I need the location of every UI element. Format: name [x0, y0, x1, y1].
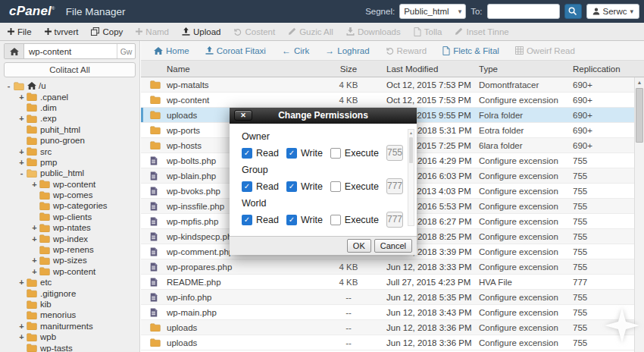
- expand-icon[interactable]: +: [30, 267, 39, 276]
- scroll-up-icon[interactable]: ▲: [635, 77, 644, 87]
- collapse-all-button[interactable]: Colitact All: [4, 62, 136, 77]
- tree-item-exp[interactable]: +.exp: [0, 113, 139, 124]
- cancel-button[interactable]: Cancel: [374, 239, 412, 253]
- tree-item-maniturments[interactable]: +maniturments: [0, 321, 139, 332]
- tree-item-menorius[interactable]: menorius: [0, 310, 139, 320]
- tree-item-cpanel[interactable]: +.cpanel: [0, 91, 139, 102]
- scroll-up-icon[interactable]: ▲: [408, 130, 414, 137]
- expand-icon[interactable]: +: [17, 278, 26, 287]
- toolbar-item-upload[interactable]: Upload: [182, 27, 220, 36]
- expand-icon[interactable]: +: [17, 158, 26, 167]
- toolbar-item-tvrvert[interactable]: tvrvert: [45, 27, 79, 36]
- tree-item-label: .cpanel: [40, 93, 68, 102]
- tree-item-wp-comes[interactable]: wp-comes: [0, 190, 139, 200]
- tree-item-dim[interactable]: .dim: [0, 102, 139, 113]
- tree-item-public-html[interactable]: -public_html: [0, 168, 139, 178]
- tree-item-wpb[interactable]: +wpb: [0, 332, 139, 342]
- table-row-uploads[interactable]: uploads--Jun 12, 2018 3:36 PMConfigure e…: [141, 335, 634, 350]
- tree-item-wp-sizes[interactable]: +wp-sizes: [0, 255, 139, 266]
- file-type: 6lara folder: [479, 141, 573, 150]
- tree-item-puhit-html[interactable]: puhit_html: [0, 124, 139, 135]
- file-replication: 755: [573, 247, 634, 256]
- tree-item-kib[interactable]: kib: [0, 299, 139, 310]
- nav-item-fletc-fital[interactable]: Fletc & Fital: [442, 46, 499, 55]
- tree-item-wp-content[interactable]: +wp-content: [0, 179, 139, 190]
- expand-icon[interactable]: +: [17, 147, 26, 156]
- table-row-wp-content[interactable]: wp-content4 KBOct 12, 2015 7:53 PMConfig…: [141, 93, 634, 108]
- toolbar-item-file[interactable]: File: [8, 27, 32, 36]
- tree-item-etc[interactable]: +etc: [0, 277, 139, 288]
- toolbar-item-copy[interactable]: Copy: [91, 27, 123, 36]
- nav-item-home[interactable]: Home: [154, 46, 189, 55]
- table-row-wp-info-php[interactable]: wp-info.php--Jun 12, 2018 5:35 PMConfigu…: [141, 290, 634, 305]
- folder-icon: [27, 103, 37, 112]
- owner-write-checkbox[interactable]: ✓: [286, 148, 297, 159]
- tree-item-pmp[interactable]: +pmp: [0, 157, 139, 168]
- expand-icon[interactable]: +: [30, 256, 39, 265]
- user-menu-button[interactable]: Serwc ▾: [586, 4, 639, 19]
- tree-item-wp-content[interactable]: +wp-content: [0, 266, 139, 277]
- world-permission-value[interactable]: 777: [386, 212, 403, 228]
- group-execute-checkbox[interactable]: [330, 181, 341, 192]
- owner-permission-value[interactable]: 755: [386, 145, 403, 161]
- world-execute-checkbox[interactable]: [330, 215, 341, 225]
- dialog-titlebar[interactable]: ✕ Change Permissions: [230, 108, 417, 124]
- tree-item-gitignore[interactable]: .gitignore: [0, 288, 139, 298]
- table-row-wp-main-php[interactable]: wp-main.php--Jun 12, 2018 3:43 PMConfigu…: [141, 305, 634, 320]
- tree-item-wp-ntates[interactable]: +wp-ntates: [0, 222, 139, 233]
- tree-item-src[interactable]: +src: [0, 146, 139, 156]
- tree-item-puno-groen[interactable]: puno-groen: [0, 135, 139, 146]
- close-icon[interactable]: ✕: [234, 110, 252, 121]
- path-input[interactable]: wp-content: [24, 44, 117, 58]
- collapse-icon[interactable]: -: [5, 81, 13, 90]
- column-name[interactable]: Name: [167, 64, 318, 74]
- table-row-wp-propares-php[interactable]: wp-propares.php4 KBJun 12, 2018 3:33 PMC…: [141, 259, 634, 275]
- file-size: --: [318, 338, 379, 347]
- nav-item-loghrad[interactable]: →Loghrad: [325, 46, 369, 56]
- expand-icon[interactable]: +: [30, 234, 39, 244]
- nav-item-coroat-fitaxi[interactable]: Coroat Fitaxi: [205, 46, 266, 55]
- column-size[interactable]: Size: [318, 64, 379, 74]
- file-modified: Jun 12, 2018 3:36 PM: [379, 323, 479, 332]
- tree-item-wp-tasts[interactable]: wp-tasts: [0, 342, 139, 352]
- expand-icon[interactable]: +: [30, 223, 39, 232]
- scope-select[interactable]: Public_html ▾: [399, 4, 466, 19]
- owner-execute-checkbox[interactable]: [330, 148, 341, 159]
- column-last-modified[interactable]: Last Modified: [379, 64, 479, 74]
- search-input[interactable]: [487, 4, 560, 19]
- world-write-checkbox[interactable]: ✓: [286, 215, 297, 225]
- expand-icon[interactable]: +: [17, 332, 26, 341]
- scrollbar-thumb[interactable]: [636, 88, 643, 143]
- table-row-wp-matalts[interactable]: wp-matalts4 KBOct 12, 2015 7:53 PMDomont…: [141, 77, 634, 93]
- tree-item-wp-index[interactable]: +wp-index: [0, 233, 139, 244]
- dialog-scrollbar[interactable]: ▲: [408, 129, 414, 226]
- tree-item-label: wp-content: [53, 267, 95, 276]
- expand-icon[interactable]: +: [17, 93, 26, 102]
- ok-button[interactable]: OK: [347, 239, 371, 253]
- table-row-readme-php[interactable]: README.php4 KBJull 27, 2015 4:23 PMHVA F…: [141, 275, 634, 290]
- expand-icon[interactable]: +: [17, 114, 26, 123]
- file-modified: Jun 12, 2018 3:33 PM: [379, 262, 479, 272]
- path-home-button[interactable]: [5, 44, 24, 58]
- group-permission-value[interactable]: 777: [386, 178, 403, 194]
- scrollbar-thumb[interactable]: [409, 137, 413, 163]
- column-replication[interactable]: Repliccation: [573, 64, 644, 74]
- collapse-icon[interactable]: -: [17, 168, 26, 178]
- tree-item-wp-renens[interactable]: wp-renens: [0, 244, 139, 255]
- tree-item-label: .exp: [40, 114, 57, 123]
- tree-item-u[interactable]: -/u: [0, 80, 139, 91]
- group-read-checkbox[interactable]: ✓: [242, 181, 252, 192]
- toolbar-item-label: Guzic All: [299, 27, 333, 36]
- table-row-uploads[interactable]: uploads--Jun 12, 2018 3:36 PMConfigure e…: [141, 320, 634, 335]
- world-read-checkbox[interactable]: ✓: [242, 215, 252, 225]
- owner-read-checkbox[interactable]: ✓: [242, 148, 252, 159]
- search-button[interactable]: [564, 4, 582, 19]
- expand-icon[interactable]: +: [17, 322, 26, 331]
- tree-item-wp-categories[interactable]: wp-categories: [0, 200, 139, 211]
- expand-icon[interactable]: +: [30, 180, 39, 189]
- nav-item-cirk[interactable]: ←Cirk: [282, 46, 309, 56]
- column-type[interactable]: Type: [479, 64, 573, 74]
- group-write-checkbox[interactable]: ✓: [286, 181, 297, 192]
- path-go-button[interactable]: Gw: [117, 44, 135, 58]
- tree-item-wp-clients[interactable]: wp-clients: [0, 212, 139, 222]
